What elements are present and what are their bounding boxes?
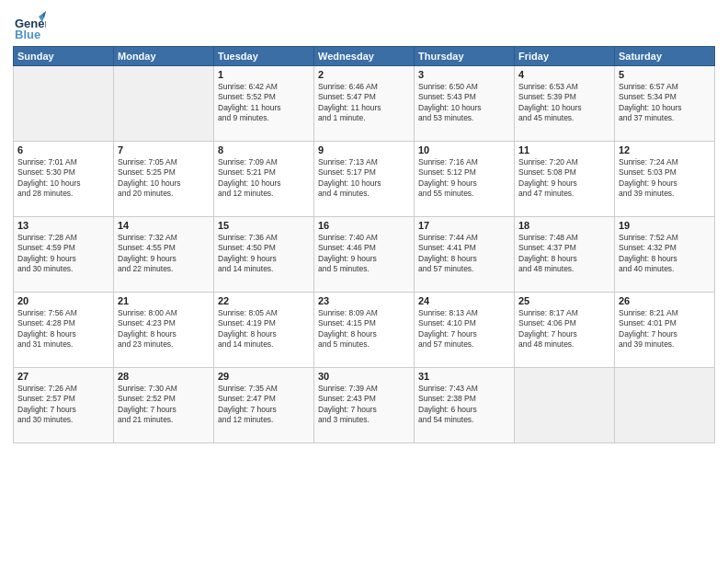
weekday-tuesday: Tuesday [214,47,314,66]
day-info: Sunrise: 6:46 AMSunset: 5:47 PMDaylight:… [318,82,410,124]
calendar-cell: 12Sunrise: 7:24 AMSunset: 5:03 PMDayligh… [615,142,715,217]
calendar-cell [515,368,615,443]
day-number: 12 [619,144,711,155]
calendar-cell [114,66,214,142]
day-number: 30 [318,371,410,382]
day-number: 23 [318,295,410,306]
calendar-cell: 25Sunrise: 8:17 AMSunset: 4:06 PMDayligh… [515,293,615,368]
day-info: Sunrise: 7:43 AMSunset: 2:38 PMDaylight:… [418,384,510,426]
weekday-monday: Monday [114,47,214,66]
day-info: Sunrise: 8:21 AMSunset: 4:01 PMDaylight:… [619,308,711,350]
day-info: Sunrise: 7:52 AMSunset: 4:32 PMDaylight:… [619,233,711,275]
calendar-cell: 14Sunrise: 7:32 AMSunset: 4:55 PMDayligh… [114,217,214,293]
day-number: 17 [418,220,510,231]
day-info: Sunrise: 7:40 AMSunset: 4:46 PMDaylight:… [318,233,410,275]
day-number: 27 [17,371,109,382]
day-number: 28 [118,371,210,382]
calendar-cell: 10Sunrise: 7:16 AMSunset: 5:12 PMDayligh… [415,142,515,217]
day-info: Sunrise: 7:24 AMSunset: 5:03 PMDaylight:… [619,157,711,200]
day-number: 18 [518,220,610,231]
calendar-cell: 29Sunrise: 7:35 AMSunset: 2:47 PMDayligh… [214,368,314,443]
header: General Blue [13,9,715,42]
calendar-cell: 17Sunrise: 7:44 AMSunset: 4:41 PMDayligh… [415,217,515,293]
day-number: 10 [418,144,510,155]
calendar-cell: 3Sunrise: 6:50 AMSunset: 5:43 PMDaylight… [415,66,515,142]
week-row-4: 20Sunrise: 7:56 AMSunset: 4:28 PMDayligh… [14,293,715,368]
calendar-cell: 4Sunrise: 6:53 AMSunset: 5:39 PMDaylight… [515,66,615,142]
day-info: Sunrise: 8:13 AMSunset: 4:10 PMDaylight:… [418,308,510,350]
day-info: Sunrise: 7:35 AMSunset: 2:47 PMDaylight:… [218,384,310,426]
day-info: Sunrise: 7:05 AMSunset: 5:25 PMDaylight:… [118,157,210,200]
day-info: Sunrise: 7:01 AMSunset: 5:30 PMDaylight:… [17,157,109,200]
calendar-cell: 2Sunrise: 6:46 AMSunset: 5:47 PMDaylight… [314,66,415,142]
calendar-cell: 9Sunrise: 7:13 AMSunset: 5:17 PMDaylight… [314,142,415,217]
calendar-cell: 21Sunrise: 8:00 AMSunset: 4:23 PMDayligh… [114,293,214,368]
day-info: Sunrise: 7:36 AMSunset: 4:50 PMDaylight:… [218,233,310,275]
day-info: Sunrise: 8:00 AMSunset: 4:23 PMDaylight:… [118,308,210,350]
calendar-cell: 16Sunrise: 7:40 AMSunset: 4:46 PMDayligh… [314,217,415,293]
day-info: Sunrise: 8:05 AMSunset: 4:19 PMDaylight:… [218,308,310,350]
page: General Blue SundayMondayTuesdayWednesda… [0,0,728,449]
day-number: 4 [518,69,610,80]
day-number: 20 [17,295,109,306]
day-number: 2 [318,69,410,80]
day-info: Sunrise: 7:16 AMSunset: 5:12 PMDaylight:… [418,157,510,200]
weekday-sunday: Sunday [14,47,114,66]
day-number: 8 [218,144,310,155]
day-number: 22 [218,295,310,306]
day-info: Sunrise: 7:13 AMSunset: 5:17 PMDaylight:… [318,157,410,200]
day-number: 25 [518,295,610,306]
day-number: 16 [318,220,410,231]
day-info: Sunrise: 7:39 AMSunset: 2:43 PMDaylight:… [318,384,410,426]
day-number: 15 [218,220,310,231]
weekday-wednesday: Wednesday [314,47,415,66]
day-number: 7 [118,144,210,155]
weekday-thursday: Thursday [415,47,515,66]
day-number: 21 [118,295,210,306]
calendar-cell: 24Sunrise: 8:13 AMSunset: 4:10 PMDayligh… [415,293,515,368]
calendar-cell: 11Sunrise: 7:20 AMSunset: 5:08 PMDayligh… [515,142,615,217]
weekday-saturday: Saturday [615,47,715,66]
day-info: Sunrise: 7:32 AMSunset: 4:55 PMDaylight:… [118,233,210,275]
day-number: 14 [118,220,210,231]
day-info: Sunrise: 7:09 AMSunset: 5:21 PMDaylight:… [218,157,310,200]
calendar-cell: 30Sunrise: 7:39 AMSunset: 2:43 PMDayligh… [314,368,415,443]
day-number: 1 [218,69,310,80]
calendar-cell [14,66,114,142]
calendar-cell: 5Sunrise: 6:57 AMSunset: 5:34 PMDaylight… [615,66,715,142]
calendar-cell: 7Sunrise: 7:05 AMSunset: 5:25 PMDaylight… [114,142,214,217]
week-row-2: 6Sunrise: 7:01 AMSunset: 5:30 PMDaylight… [14,142,715,217]
calendar-cell: 8Sunrise: 7:09 AMSunset: 5:21 PMDaylight… [214,142,314,217]
day-number: 3 [418,69,510,80]
week-row-5: 27Sunrise: 7:26 AMSunset: 2:57 PMDayligh… [14,368,715,443]
calendar-cell: 13Sunrise: 7:28 AMSunset: 4:59 PMDayligh… [14,217,114,293]
calendar-cell: 28Sunrise: 7:30 AMSunset: 2:52 PMDayligh… [114,368,214,443]
calendar-cell: 6Sunrise: 7:01 AMSunset: 5:30 PMDaylight… [14,142,114,217]
calendar-cell: 15Sunrise: 7:36 AMSunset: 4:50 PMDayligh… [214,217,314,293]
day-number: 29 [218,371,310,382]
day-info: Sunrise: 7:28 AMSunset: 4:59 PMDaylight:… [17,233,109,275]
day-info: Sunrise: 6:57 AMSunset: 5:34 PMDaylight:… [619,82,711,124]
day-number: 11 [518,144,610,155]
calendar-cell: 19Sunrise: 7:52 AMSunset: 4:32 PMDayligh… [615,217,715,293]
day-info: Sunrise: 6:50 AMSunset: 5:43 PMDaylight:… [418,82,510,124]
day-number: 9 [318,144,410,155]
weekday-header-row: SundayMondayTuesdayWednesdayThursdayFrid… [14,47,715,66]
day-info: Sunrise: 7:20 AMSunset: 5:08 PMDaylight:… [518,157,610,200]
calendar-cell: 26Sunrise: 8:21 AMSunset: 4:01 PMDayligh… [615,293,715,368]
day-info: Sunrise: 6:53 AMSunset: 5:39 PMDaylight:… [518,82,610,124]
calendar-cell: 18Sunrise: 7:48 AMSunset: 4:37 PMDayligh… [515,217,615,293]
calendar-cell: 1Sunrise: 6:42 AMSunset: 5:52 PMDaylight… [214,66,314,142]
day-number: 26 [619,295,711,306]
svg-text:Blue: Blue [15,28,40,41]
calendar-cell: 31Sunrise: 7:43 AMSunset: 2:38 PMDayligh… [415,368,515,443]
day-info: Sunrise: 8:09 AMSunset: 4:15 PMDaylight:… [318,308,410,350]
day-info: Sunrise: 7:26 AMSunset: 2:57 PMDaylight:… [17,384,109,426]
week-row-1: 1Sunrise: 6:42 AMSunset: 5:52 PMDaylight… [14,66,715,142]
calendar-cell: 22Sunrise: 8:05 AMSunset: 4:19 PMDayligh… [214,293,314,368]
calendar-cell: 27Sunrise: 7:26 AMSunset: 2:57 PMDayligh… [14,368,114,443]
calendar: SundayMondayTuesdayWednesdayThursdayFrid… [13,46,715,443]
calendar-cell: 20Sunrise: 7:56 AMSunset: 4:28 PMDayligh… [14,293,114,368]
logo: General Blue [13,9,46,42]
calendar-cell [615,368,715,443]
